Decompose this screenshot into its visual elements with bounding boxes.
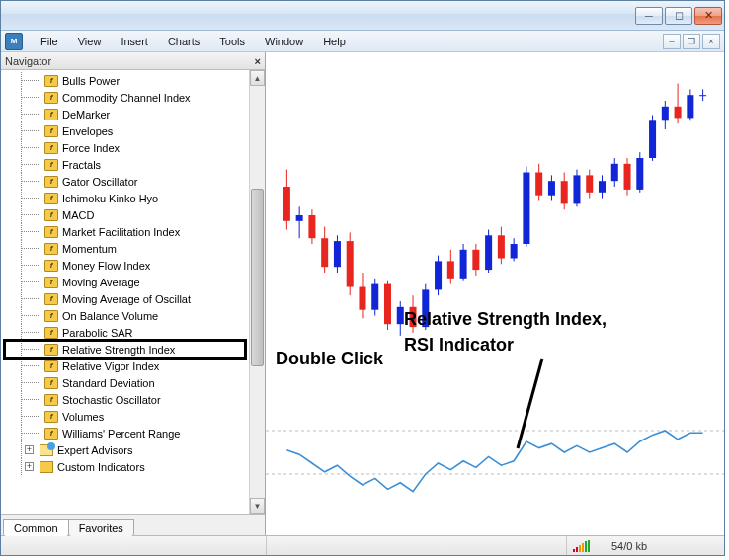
svg-rect-31 [472,250,479,270]
indicator-item[interactable]: fMoving Average of Oscillat [7,290,265,307]
svg-rect-57 [636,158,643,190]
indicator-label: On Balance Volume [62,310,158,322]
window-minimize-button[interactable]: ─ [635,7,663,25]
indicator-label: Moving Average of Oscillat [62,293,191,305]
navigator-panel: Navigator × fBulls PowerfCommodity Chann… [1,52,266,535]
indicator-item[interactable]: fStochastic Oscillator [7,391,265,408]
navigator-title: Navigator × [1,52,265,70]
navigator-tab-common[interactable]: Common [3,519,69,536]
indicator-icon: f [44,159,58,171]
indicator-label: Fractals [62,159,101,171]
indicator-icon: f [44,327,58,339]
menu-help[interactable]: Help [313,34,356,49]
chart-area[interactable]: Double Click Relative Strength Index, RS… [266,52,724,535]
indicator-label: Gator Oscillator [62,176,137,188]
menu-charts[interactable]: Charts [158,34,209,49]
indicator-label: Momentum [62,243,117,255]
indicator-icon: f [44,277,58,288]
indicator-label: Relative Strength Index [62,344,175,356]
svg-rect-51 [599,181,606,193]
svg-rect-19 [397,307,404,324]
indicator-item[interactable]: fParabolic SAR [7,324,265,341]
indicator-item[interactable]: fWilliams' Percent Range [7,425,265,441]
indicator-item[interactable]: fGator Oscillator [7,173,265,190]
indicator-item[interactable]: fCommodity Channel Index [7,89,265,106]
expand-icon[interactable]: + [25,445,34,454]
expand-icon[interactable]: + [25,462,34,471]
indicator-item[interactable]: fMoney Flow Index [7,257,265,274]
mdi-minimize-button[interactable]: – [663,34,681,49]
app-icon: M [5,33,23,50]
navigator-tree[interactable]: fBulls PowerfCommodity Channel IndexfDeM… [1,70,265,514]
navigator-scrollbar[interactable]: ▲ ▼ [249,70,265,514]
indicator-item[interactable]: fMarket Facilitation Index [7,223,265,240]
window-close-button[interactable]: ✕ [694,7,722,25]
indicator-icon: f [44,310,58,322]
indicator-label: Volumes [62,411,104,423]
indicator-label: Force Index [62,142,120,154]
tree-group[interactable]: +Custom Indicators [7,458,265,475]
indicator-item[interactable]: fMoving Average [7,274,265,290]
connection-bars-icon [573,540,590,552]
indicator-label: Money Flow Index [62,260,150,272]
indicator-item[interactable]: fOn Balance Volume [7,307,265,324]
tree-group[interactable]: +Expert Advisors [7,441,265,458]
menu-file[interactable]: File [31,34,68,49]
svg-rect-11 [347,241,354,286]
scroll-down-button[interactable]: ▼ [250,498,265,514]
scroll-thumb[interactable] [251,189,264,366]
indicator-icon: f [44,260,58,272]
indicator-item[interactable]: fFractals [7,156,265,173]
indicator-icon: f [44,75,58,87]
mdi-restore-button[interactable]: ❐ [683,34,700,49]
svg-rect-39 [523,173,529,245]
svg-rect-41 [535,173,542,196]
indicator-item[interactable]: fRelative Strength Index [7,341,265,358]
menu-view[interactable]: View [68,34,112,49]
navigator-tab-favorites[interactable]: Favorites [68,519,134,536]
indicator-label: Standard Deviation [62,377,155,389]
indicator-label: Williams' Percent Range [62,428,180,440]
indicator-item[interactable]: fDeMarker [7,106,265,122]
mdi-close-button[interactable]: × [702,34,720,49]
indicator-icon: f [44,209,58,221]
indicator-label: Stochastic Oscillator [62,394,161,406]
indicator-label: Moving Average [62,277,140,288]
indicator-item[interactable]: fBulls Power [7,72,265,89]
svg-rect-25 [435,261,442,289]
indicator-item[interactable]: fRelative Vigor Index [7,358,265,374]
svg-rect-7 [321,238,328,267]
indicator-label: Bulls Power [62,75,120,87]
navigator-close-icon[interactable]: × [255,55,261,67]
annotation-rsi-1: Relative Strength Index, [404,309,607,330]
svg-rect-67 [699,95,706,96]
svg-rect-15 [371,284,378,310]
app-window: ─ ◻ ✕ M FileViewInsertChartsToolsWindowH… [0,0,725,556]
indicator-label: Commodity Channel Index [62,92,191,104]
indicator-item[interactable]: fStandard Deviation [7,374,265,391]
window-maximize-button[interactable]: ◻ [665,7,692,25]
menu-window[interactable]: Window [255,34,313,49]
annotation-double-click: Double Click [276,349,383,369]
indicator-icon: f [44,344,58,356]
svg-rect-1 [284,187,290,221]
indicator-item[interactable]: fIchimoku Kinko Hyo [7,190,265,206]
svg-rect-47 [573,175,580,203]
indicator-item[interactable]: fVolumes [7,408,265,425]
indicator-icon: f [44,360,58,372]
indicator-item[interactable]: fForce Index [7,139,265,156]
menu-insert[interactable]: Insert [111,34,158,49]
indicator-item[interactable]: fMACD [7,206,265,223]
indicator-item[interactable]: fMomentum [7,240,265,257]
indicator-label: Parabolic SAR [62,327,133,339]
indicator-icon: f [44,411,58,423]
menu-tools[interactable]: Tools [209,34,255,49]
scroll-up-button[interactable]: ▲ [250,70,265,86]
svg-rect-27 [447,261,454,278]
indicator-icon: f [44,176,58,188]
indicator-icon: f [44,226,58,238]
titlebar[interactable]: ─ ◻ ✕ [1,1,724,31]
indicator-icon: f [44,92,58,104]
indicator-icon: f [44,142,58,154]
indicator-item[interactable]: fEnvelopes [7,122,265,139]
